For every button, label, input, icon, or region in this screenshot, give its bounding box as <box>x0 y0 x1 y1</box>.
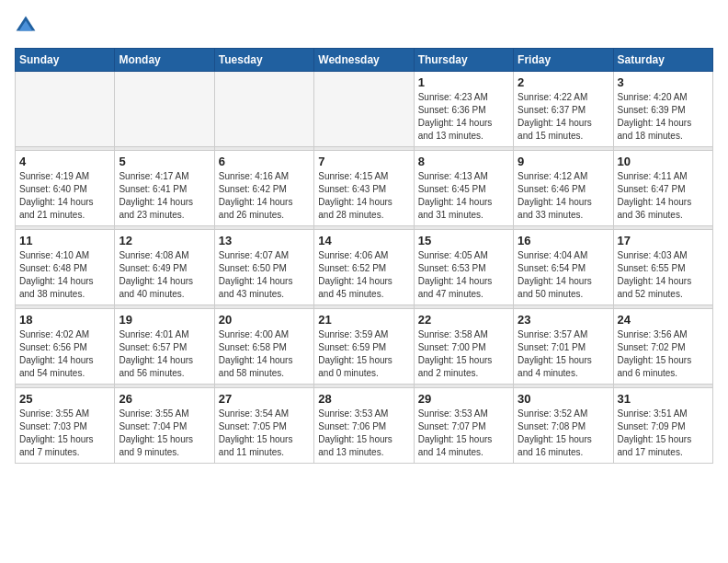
calendar-cell: 27Sunrise: 3:54 AM Sunset: 7:05 PM Dayli… <box>214 388 313 464</box>
calendar-cell: 2Sunrise: 4:22 AM Sunset: 6:37 PM Daylig… <box>514 72 613 147</box>
day-number: 30 <box>518 392 609 406</box>
calendar-cell: 16Sunrise: 4:04 AM Sunset: 6:54 PM Dayli… <box>514 230 613 305</box>
calendar-cell <box>115 72 214 147</box>
calendar-cell: 11Sunrise: 4:10 AM Sunset: 6:48 PM Dayli… <box>16 230 115 305</box>
day-info: Sunrise: 4:20 AM Sunset: 6:39 PM Dayligh… <box>618 91 709 143</box>
calendar-header: SundayMondayTuesdayWednesdayThursdayFrid… <box>16 49 713 72</box>
day-number: 15 <box>418 234 509 247</box>
day-info: Sunrise: 4:22 AM Sunset: 6:37 PM Dayligh… <box>518 91 609 143</box>
calendar-cell: 8Sunrise: 4:13 AM Sunset: 6:45 PM Daylig… <box>414 151 513 226</box>
calendar-cell: 29Sunrise: 3:53 AM Sunset: 7:07 PM Dayli… <box>414 388 513 464</box>
day-info: Sunrise: 4:08 AM Sunset: 6:49 PM Dayligh… <box>119 249 210 301</box>
calendar-cell: 26Sunrise: 3:55 AM Sunset: 7:04 PM Dayli… <box>115 388 214 464</box>
day-number: 20 <box>219 313 310 327</box>
calendar-week-3: 11Sunrise: 4:10 AM Sunset: 6:48 PM Dayli… <box>16 230 713 305</box>
day-info: Sunrise: 3:55 AM Sunset: 7:03 PM Dayligh… <box>19 408 110 459</box>
day-number: 10 <box>618 155 709 168</box>
weekday-header-thursday: Thursday <box>414 49 513 72</box>
day-number: 31 <box>618 392 709 406</box>
day-info: Sunrise: 4:16 AM Sunset: 6:42 PM Dayligh… <box>219 170 310 222</box>
calendar-cell: 23Sunrise: 3:57 AM Sunset: 7:01 PM Dayli… <box>514 309 613 385</box>
weekday-header-sunday: Sunday <box>16 49 115 72</box>
weekday-header-monday: Monday <box>115 49 214 72</box>
calendar-cell: 14Sunrise: 4:06 AM Sunset: 6:52 PM Dayli… <box>314 230 414 305</box>
calendar-cell: 28Sunrise: 3:53 AM Sunset: 7:06 PM Dayli… <box>314 388 414 464</box>
day-info: Sunrise: 3:55 AM Sunset: 7:04 PM Dayligh… <box>119 408 210 459</box>
day-info: Sunrise: 3:57 AM Sunset: 7:01 PM Dayligh… <box>518 328 609 380</box>
calendar-cell: 10Sunrise: 4:11 AM Sunset: 6:47 PM Dayli… <box>613 151 712 226</box>
day-info: Sunrise: 4:17 AM Sunset: 6:41 PM Dayligh… <box>119 170 210 222</box>
calendar-cell: 13Sunrise: 4:07 AM Sunset: 6:50 PM Dayli… <box>214 230 313 305</box>
day-number: 22 <box>418 313 509 327</box>
day-info: Sunrise: 3:59 AM Sunset: 6:59 PM Dayligh… <box>318 328 409 380</box>
day-info: Sunrise: 3:51 AM Sunset: 7:09 PM Dayligh… <box>618 408 709 459</box>
day-number: 13 <box>219 234 310 247</box>
weekday-header-friday: Friday <box>514 49 613 72</box>
day-number: 4 <box>19 155 110 168</box>
calendar-cell: 4Sunrise: 4:19 AM Sunset: 6:40 PM Daylig… <box>16 151 115 226</box>
day-info: Sunrise: 4:06 AM Sunset: 6:52 PM Dayligh… <box>318 249 409 301</box>
calendar-cell: 21Sunrise: 3:59 AM Sunset: 6:59 PM Dayli… <box>314 309 414 385</box>
calendar-cell: 18Sunrise: 4:02 AM Sunset: 6:56 PM Dayli… <box>16 309 115 385</box>
calendar-cell: 7Sunrise: 4:15 AM Sunset: 6:43 PM Daylig… <box>314 151 414 226</box>
day-info: Sunrise: 4:02 AM Sunset: 6:56 PM Dayligh… <box>19 328 110 380</box>
day-info: Sunrise: 4:01 AM Sunset: 6:57 PM Dayligh… <box>119 328 210 380</box>
day-number: 9 <box>518 155 609 168</box>
day-info: Sunrise: 3:52 AM Sunset: 7:08 PM Dayligh… <box>518 408 609 459</box>
day-info: Sunrise: 3:54 AM Sunset: 7:05 PM Dayligh… <box>219 408 310 459</box>
day-number: 7 <box>318 155 409 168</box>
day-number: 12 <box>119 234 210 247</box>
calendar-cell: 19Sunrise: 4:01 AM Sunset: 6:57 PM Dayli… <box>115 309 214 385</box>
day-info: Sunrise: 4:07 AM Sunset: 6:50 PM Dayligh… <box>219 249 310 301</box>
day-info: Sunrise: 3:58 AM Sunset: 7:00 PM Dayligh… <box>418 328 509 380</box>
calendar-body: 1Sunrise: 4:23 AM Sunset: 6:36 PM Daylig… <box>16 72 713 464</box>
logo <box>15 15 40 37</box>
day-number: 28 <box>318 392 409 406</box>
day-number: 16 <box>518 234 609 247</box>
calendar-cell: 25Sunrise: 3:55 AM Sunset: 7:03 PM Dayli… <box>16 388 115 464</box>
day-number: 6 <box>219 155 310 168</box>
calendar-cell: 30Sunrise: 3:52 AM Sunset: 7:08 PM Dayli… <box>514 388 613 464</box>
day-info: Sunrise: 4:05 AM Sunset: 6:53 PM Dayligh… <box>418 249 509 301</box>
day-number: 23 <box>518 313 609 327</box>
logo-icon <box>15 15 37 37</box>
calendar-cell: 3Sunrise: 4:20 AM Sunset: 6:39 PM Daylig… <box>613 72 712 147</box>
calendar-cell <box>314 72 414 147</box>
day-number: 24 <box>618 313 709 327</box>
calendar-cell: 20Sunrise: 4:00 AM Sunset: 6:58 PM Dayli… <box>214 309 313 385</box>
calendar-table: SundayMondayTuesdayWednesdayThursdayFrid… <box>15 48 713 464</box>
weekday-header-wednesday: Wednesday <box>314 49 414 72</box>
day-number: 17 <box>618 234 709 247</box>
calendar-cell: 24Sunrise: 3:56 AM Sunset: 7:02 PM Dayli… <box>613 309 712 385</box>
calendar-week-5: 25Sunrise: 3:55 AM Sunset: 7:03 PM Dayli… <box>16 388 713 464</box>
calendar-week-4: 18Sunrise: 4:02 AM Sunset: 6:56 PM Dayli… <box>16 309 713 385</box>
calendar-cell <box>214 72 313 147</box>
day-number: 19 <box>119 313 210 327</box>
weekday-header-saturday: Saturday <box>613 49 712 72</box>
calendar-cell: 12Sunrise: 4:08 AM Sunset: 6:49 PM Dayli… <box>115 230 214 305</box>
day-info: Sunrise: 3:56 AM Sunset: 7:02 PM Dayligh… <box>618 328 709 380</box>
calendar-cell: 22Sunrise: 3:58 AM Sunset: 7:00 PM Dayli… <box>414 309 513 385</box>
day-number: 1 <box>418 75 509 89</box>
day-number: 26 <box>119 392 210 406</box>
day-info: Sunrise: 3:53 AM Sunset: 7:06 PM Dayligh… <box>318 408 409 459</box>
weekday-header-row: SundayMondayTuesdayWednesdayThursdayFrid… <box>16 49 713 72</box>
day-info: Sunrise: 4:11 AM Sunset: 6:47 PM Dayligh… <box>618 170 709 222</box>
day-info: Sunrise: 4:00 AM Sunset: 6:58 PM Dayligh… <box>219 328 310 380</box>
day-number: 21 <box>318 313 409 327</box>
day-number: 29 <box>418 392 509 406</box>
day-number: 3 <box>618 75 709 89</box>
calendar-cell: 15Sunrise: 4:05 AM Sunset: 6:53 PM Dayli… <box>414 230 513 305</box>
calendar-week-1: 1Sunrise: 4:23 AM Sunset: 6:36 PM Daylig… <box>16 72 713 147</box>
calendar-cell <box>16 72 115 147</box>
day-number: 8 <box>418 155 509 168</box>
day-info: Sunrise: 4:03 AM Sunset: 6:55 PM Dayligh… <box>618 249 709 301</box>
weekday-header-tuesday: Tuesday <box>214 49 313 72</box>
day-info: Sunrise: 4:15 AM Sunset: 6:43 PM Dayligh… <box>318 170 409 222</box>
day-number: 11 <box>19 234 110 247</box>
calendar-cell: 31Sunrise: 3:51 AM Sunset: 7:09 PM Dayli… <box>613 388 712 464</box>
calendar-cell: 1Sunrise: 4:23 AM Sunset: 6:36 PM Daylig… <box>414 72 513 147</box>
day-info: Sunrise: 4:13 AM Sunset: 6:45 PM Dayligh… <box>418 170 509 222</box>
page-header <box>15 15 713 37</box>
day-info: Sunrise: 4:10 AM Sunset: 6:48 PM Dayligh… <box>19 249 110 301</box>
